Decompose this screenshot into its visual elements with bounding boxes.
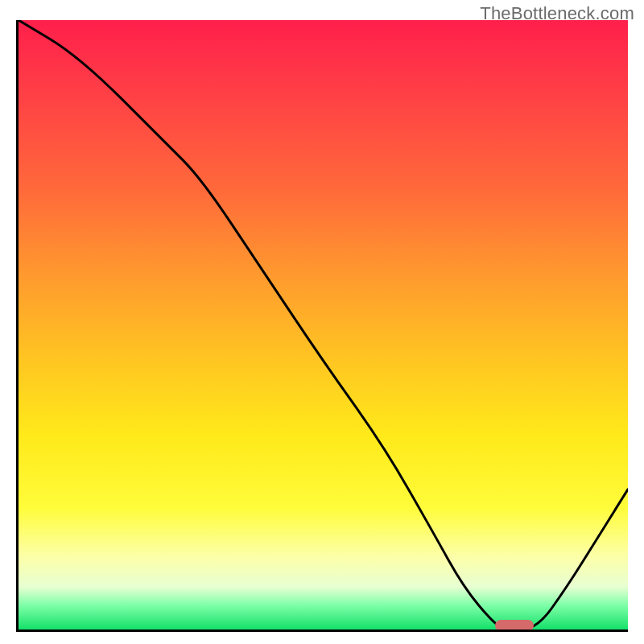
optimal-marker <box>495 620 534 631</box>
plot-area <box>16 20 628 632</box>
bottleneck-curve <box>19 20 628 630</box>
chart-canvas: TheBottleneck.com <box>0 0 644 644</box>
